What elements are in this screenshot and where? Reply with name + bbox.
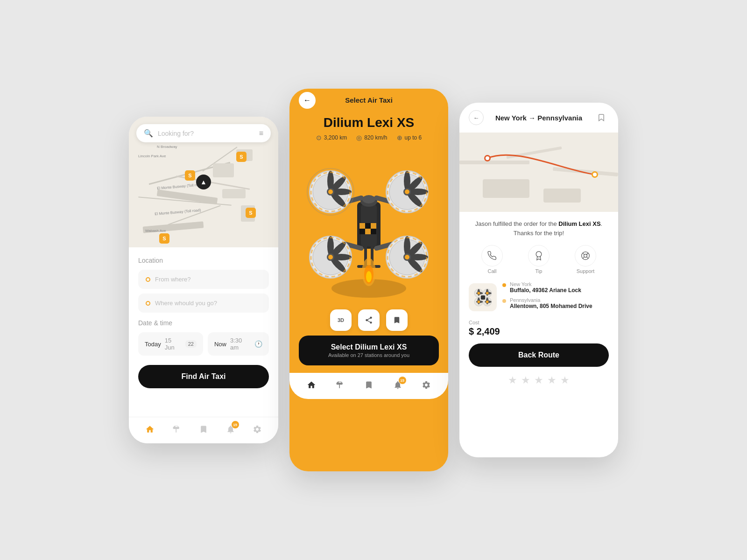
date-value: 15 Jun: [165, 337, 182, 351]
svg-point-23: [328, 189, 333, 194]
phone3-body: Jason fulfilled the order for the Dilium…: [459, 212, 618, 394]
nav-bookmarks-p2[interactable]: [362, 378, 375, 392]
svg-point-65: [486, 156, 489, 160]
cost-section: Cost $ 2,409: [469, 320, 609, 337]
stops-info: New York Buffalo, 49362 Ariane Lock Penn…: [502, 281, 609, 313]
navigation-pin: ▲: [196, 175, 211, 189]
bottom-nav-phone2: 15: [289, 373, 448, 399]
action-3d-button[interactable]: 3D: [330, 309, 352, 331]
map-label-park: Lincoln Park Ave: [138, 154, 166, 158]
stop2-text: Pennsylvania Allentown, 805 Mohamed Driv…: [510, 297, 592, 309]
star-5[interactable]: ★: [560, 374, 570, 386]
star-3[interactable]: ★: [534, 374, 543, 386]
speed-icon: ◎: [356, 134, 362, 141]
svg-point-32: [405, 189, 409, 194]
back-route-button[interactable]: Back Route: [469, 343, 609, 367]
support-action[interactable]: Support: [575, 245, 596, 274]
action-bookmark-button[interactable]: [386, 309, 408, 331]
select-vehicle-button[interactable]: Select Dilium Lexi XS Available on 27 st…: [299, 336, 439, 365]
stop1-dot: [502, 283, 506, 287]
map-pin-1: S: [185, 170, 195, 181]
svg-rect-62: [483, 179, 529, 198]
date-pill[interactable]: Today 15 Jun 22: [138, 332, 203, 356]
phone1-body: Location From where? Where whould you go…: [129, 247, 278, 396]
svg-rect-3: [359, 223, 365, 229]
tip-icon: [528, 245, 550, 266]
date-badge: 22: [185, 340, 197, 348]
location-section-title: Location: [138, 257, 269, 264]
star-1[interactable]: ★: [508, 374, 517, 386]
spec-speed: ◎ 820 km/h: [356, 134, 387, 141]
vehicle-specs: ⊙ 3,200 km ◎ 820 km/h ⊕ up to 6: [289, 132, 448, 146]
tip-label: Tip: [536, 268, 543, 274]
phone-back-route: ← New York → Pennsylvania: [459, 103, 618, 457]
svg-rect-93: [480, 295, 485, 299]
from-dot: [146, 277, 150, 282]
call-icon: [481, 245, 503, 266]
nav-bookmarks[interactable]: [197, 423, 210, 436]
nav-settings-p2[interactable]: [420, 378, 433, 392]
spec-distance: ⊙ 3,200 km: [316, 134, 347, 141]
svg-rect-7: [365, 229, 371, 234]
datetime-section-title: Date & time: [138, 319, 269, 327]
map-pin-3: S: [246, 208, 256, 218]
nav-home[interactable]: [143, 423, 156, 436]
star-2[interactable]: ★: [521, 374, 530, 386]
route-stops: New York Buffalo, 49362 Ariane Lock Penn…: [469, 281, 609, 313]
search-bar[interactable]: 🔍 Looking for? ≡: [136, 124, 271, 142]
route-title: New York → Pennsylvania: [488, 114, 589, 122]
nav-home-p2[interactable]: [305, 378, 318, 392]
rating-stars[interactable]: ★ ★ ★ ★ ★: [469, 374, 609, 386]
nav-notifications[interactable]: 15: [224, 423, 237, 436]
select-vehicle-label: Select Dilium Lexi XS: [308, 343, 430, 351]
svg-point-92: [486, 300, 488, 303]
tip-action[interactable]: Tip: [528, 245, 550, 274]
svg-rect-63: [543, 189, 581, 203]
nav-routes[interactable]: [170, 423, 183, 436]
time-pill[interactable]: Now 3:30 am 🕐: [208, 332, 269, 356]
to-input[interactable]: Where whould you go?: [138, 294, 269, 313]
svg-rect-8: [371, 229, 376, 234]
nav-notifications-p2[interactable]: 15: [391, 378, 404, 392]
cost-value: $ 2,409: [469, 326, 609, 337]
vehicle-name: Dilium Lexi XS: [289, 112, 448, 132]
action-share-button[interactable]: [358, 309, 380, 331]
stop1-addr: Buffalo, 49362 Ariane Lock: [510, 287, 581, 294]
svg-point-88: [477, 300, 480, 303]
map-area: N Broadway Lincoln Park Ave El Monte Bus…: [129, 117, 278, 247]
stop2-city: Pennsylvania: [510, 297, 592, 303]
back-button-phone3[interactable]: ←: [469, 110, 484, 125]
map-pin-4: S: [159, 233, 169, 244]
svg-point-10: [362, 195, 375, 203]
svg-line-74: [586, 253, 588, 255]
nav-settings[interactable]: [251, 423, 264, 436]
bottom-nav-phone1: 15: [129, 417, 278, 443]
svg-line-72: [586, 257, 588, 259]
from-input[interactable]: From where?: [138, 270, 269, 289]
route-map-svg: [459, 133, 618, 212]
route-map: [459, 133, 618, 212]
route-arrow: →: [529, 114, 537, 122]
spec-capacity: ⊕ up to 6: [397, 134, 422, 141]
trip-message: Jason fulfilled the order for the Dilium…: [469, 219, 609, 238]
stop1-text: New York Buffalo, 49362 Ariane Lock: [510, 281, 581, 294]
spec-capacity-value: up to 6: [405, 134, 422, 141]
screens-container: N Broadway Lincoln Park Ave El Monte Bus…: [110, 70, 637, 490]
select-vehicle-sublabel: Available on 27 stations around you: [308, 352, 430, 358]
bookmark-icon[interactable]: [594, 110, 609, 125]
back-button-phone2[interactable]: ←: [299, 92, 316, 109]
svg-line-71: [583, 253, 585, 255]
3d-label: 3D: [338, 317, 344, 323]
svg-line-75: [583, 257, 585, 259]
find-air-taxi-button[interactable]: Find Air Taxi: [138, 365, 269, 388]
star-4[interactable]: ★: [547, 374, 557, 386]
notification-badge-phone2: 15: [399, 377, 406, 384]
call-action[interactable]: Call: [481, 245, 503, 274]
svg-point-84: [486, 292, 488, 294]
route-to: Pennsylvania: [537, 114, 582, 122]
map-pin-2: S: [236, 152, 247, 162]
svg-point-70: [584, 254, 587, 258]
time-value: 3:30 am: [230, 337, 251, 351]
nav-routes-p2[interactable]: [333, 378, 346, 392]
phone2-title: Select Air Taxi: [345, 96, 393, 104]
